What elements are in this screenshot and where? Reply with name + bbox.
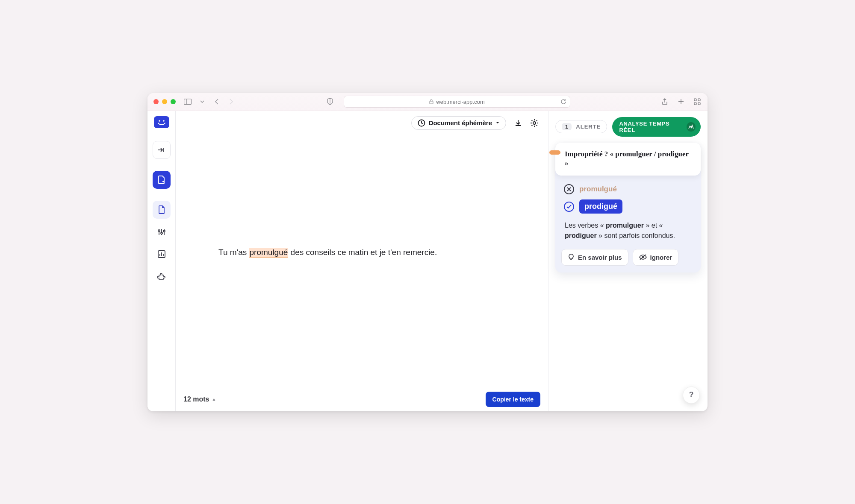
text-after: des conseils ce matin et je t'en remerci… xyxy=(288,248,437,257)
titlebar: web.merci-app.com xyxy=(147,93,708,111)
learn-more-button[interactable]: En savoir plus xyxy=(561,249,628,266)
suggested-word-button[interactable]: prodigué xyxy=(579,199,622,214)
titlebar-right-group xyxy=(660,97,702,106)
close-window-button[interactable] xyxy=(153,99,159,104)
reject-icon xyxy=(564,184,574,194)
window-controls xyxy=(153,99,176,104)
titlebar-left-group xyxy=(183,97,236,106)
suggestion-body: promulgué prodigué Les verbes « promulgu… xyxy=(555,176,701,246)
svg-rect-3 xyxy=(430,101,433,104)
editor-body[interactable]: Tu m'as promulgué des conseils ce matin … xyxy=(176,135,548,387)
editor-toolbar: Document éphémère xyxy=(176,111,548,135)
document-text[interactable]: Tu m'as promulgué des conseils ce matin … xyxy=(218,246,437,259)
settings-gear-button[interactable] xyxy=(530,119,539,127)
svg-point-22 xyxy=(533,122,536,124)
sidebar-new-doc-button[interactable] xyxy=(153,171,171,189)
svg-rect-7 xyxy=(698,103,700,105)
sidebar-extensions-button[interactable] xyxy=(153,267,171,285)
refresh-icon[interactable] xyxy=(560,99,566,105)
svg-point-15 xyxy=(161,232,162,234)
explanation-text: Les verbes « promulguer » et « prodiguer… xyxy=(564,219,692,240)
eye-off-icon xyxy=(639,254,647,260)
copy-text-button[interactable]: Copier le texte xyxy=(486,392,540,407)
sidebar-settings-button[interactable] xyxy=(153,223,171,241)
privacy-shield-icon[interactable] xyxy=(326,97,334,106)
alert-count-number: 1 xyxy=(562,123,572,130)
svg-rect-4 xyxy=(694,99,696,101)
url-bar[interactable]: web.merci-app.com xyxy=(344,96,570,108)
app-logo[interactable] xyxy=(154,116,169,128)
svg-point-16 xyxy=(163,230,165,232)
url-text: web.merci-app.com xyxy=(436,99,484,105)
text-before: Tu m'as xyxy=(218,248,249,257)
svg-rect-5 xyxy=(698,99,700,101)
editor-column: Document éphémère Tu m'as promulgué des … xyxy=(176,111,548,411)
share-icon[interactable] xyxy=(660,97,669,106)
back-button[interactable] xyxy=(212,97,221,106)
svg-point-8 xyxy=(159,120,160,122)
correct-word-row: prodigué xyxy=(564,199,692,214)
wrong-word: promulgué xyxy=(579,185,617,193)
word-count[interactable]: 12 mots ▲ xyxy=(183,396,216,403)
maximize-window-button[interactable] xyxy=(171,99,176,104)
lightbulb-icon xyxy=(568,254,575,261)
ignore-label: Ignorer xyxy=(650,254,672,261)
chevron-down-icon[interactable] xyxy=(198,97,206,106)
realtime-label: ANALYSE TEMPS RÉEL xyxy=(619,120,683,133)
lock-icon xyxy=(429,99,433,104)
learn-more-label: En savoir plus xyxy=(578,254,622,261)
sidebar-stats-button[interactable] xyxy=(153,245,171,263)
sidebar xyxy=(147,111,176,411)
minimize-window-button[interactable] xyxy=(162,99,167,104)
svg-rect-0 xyxy=(184,99,192,105)
forward-button[interactable] xyxy=(227,97,236,106)
svg-point-9 xyxy=(163,120,165,122)
clock-icon xyxy=(418,119,425,127)
highlighted-word[interactable]: promulgué xyxy=(249,248,289,258)
app-window: web.merci-app.com xyxy=(147,93,708,411)
word-count-label: 12 mots xyxy=(183,396,209,403)
main-area: Document éphémère Tu m'as promulgué des … xyxy=(176,111,708,411)
sidebar-toggle-icon[interactable] xyxy=(183,97,192,106)
suggestion-title-text: Impropriété ? « promulguer / prodiguer » xyxy=(565,150,689,168)
help-label: ? xyxy=(689,390,694,399)
caret-down-icon xyxy=(495,121,500,124)
category-tag-icon xyxy=(549,150,560,155)
app-content: Document éphémère Tu m'as promulgué des … xyxy=(147,111,708,411)
alert-label: ALERTE xyxy=(576,123,601,130)
suggestion-actions: En savoir plus Ignorer xyxy=(555,246,701,273)
suggestions-panel: 1 ALERTE ANALYSE TEMPS RÉEL Impropriété … xyxy=(548,111,708,411)
suggestion-card: Impropriété ? « promulguer / prodiguer »… xyxy=(555,143,701,273)
sidebar-collapse-button[interactable] xyxy=(153,141,171,159)
editor-footer: 12 mots ▲ Copier le texte xyxy=(176,387,548,411)
sidebar-documents-button[interactable] xyxy=(153,201,171,219)
tabs-overview-icon[interactable] xyxy=(693,97,702,106)
panel-header: 1 ALERTE ANALYSE TEMPS RÉEL xyxy=(555,117,701,137)
accept-icon xyxy=(564,202,574,212)
alert-count-pill[interactable]: 1 ALERTE xyxy=(555,120,607,133)
document-type-dropdown[interactable]: Document éphémère xyxy=(411,116,506,130)
document-type-label: Document éphémère xyxy=(429,119,492,126)
download-button[interactable] xyxy=(514,119,522,127)
ignore-button[interactable]: Ignorer xyxy=(633,249,679,266)
svg-point-14 xyxy=(158,230,160,231)
svg-rect-6 xyxy=(694,103,696,105)
help-button[interactable]: ? xyxy=(683,387,700,404)
realtime-badge-icon xyxy=(687,122,696,132)
suggestion-title: Impropriété ? « promulguer / prodiguer » xyxy=(555,143,701,176)
wrong-word-row: promulgué xyxy=(564,184,692,194)
caret-up-icon: ▲ xyxy=(212,397,216,401)
new-tab-icon[interactable] xyxy=(677,97,685,106)
realtime-analysis-pill[interactable]: ANALYSE TEMPS RÉEL xyxy=(612,117,701,137)
